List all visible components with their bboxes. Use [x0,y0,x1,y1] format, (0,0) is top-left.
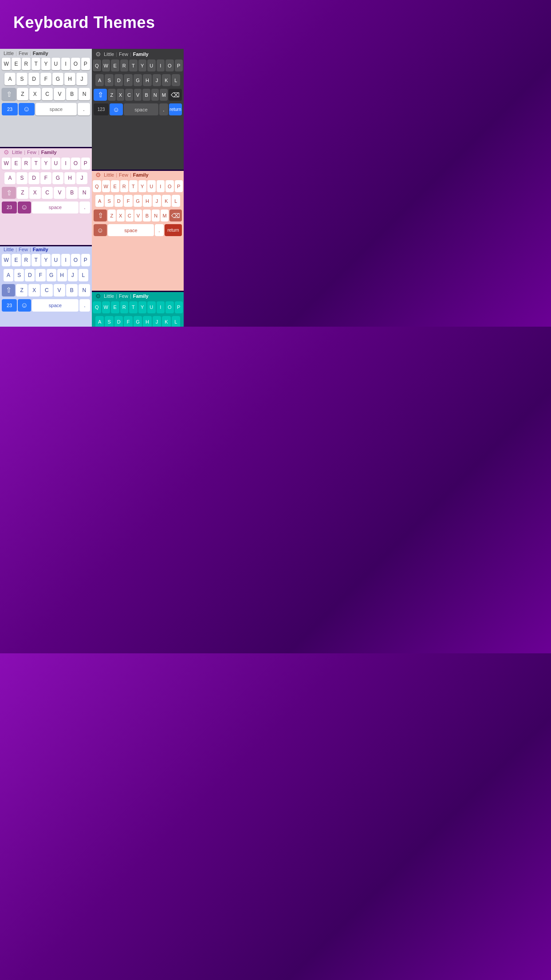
key-c[interactable]: C [42,88,53,100]
key-d-salmon[interactable]: D [114,195,123,207]
key-r-salmon[interactable]: R [120,180,129,192]
numbers-key-pink[interactable]: 23 [2,202,17,213]
key-n-salmon[interactable]: N [152,209,160,221]
shift-key-lav[interactable]: ⇧ [2,284,15,296]
key-x-lav[interactable]: X [28,284,40,296]
key-w-pink[interactable]: W [2,158,11,170]
key-t[interactable]: T [31,58,40,70]
key-u[interactable]: U [51,58,60,70]
key-o[interactable]: O [71,58,80,70]
key-y-dark[interactable]: Y [138,59,147,71]
key-p-teal[interactable]: P [175,301,183,313]
key-s-pink[interactable]: S [16,172,28,184]
key-c-dark[interactable]: C [125,89,133,101]
key-r-pink[interactable]: R [22,158,31,170]
key-w[interactable]: W [2,58,11,70]
key-f-dark[interactable]: F [124,74,132,86]
key-n[interactable]: N [79,88,90,100]
key-v-pink[interactable]: V [54,187,65,199]
key-v-dark[interactable]: V [134,89,142,101]
key-b-pink[interactable]: B [66,187,78,199]
key-r-teal[interactable]: R [120,301,129,313]
key-e-pink[interactable]: E [12,158,20,170]
key-x[interactable]: X [29,88,41,100]
key-u-teal[interactable]: U [147,301,156,313]
key-i[interactable]: I [61,58,70,70]
space-key-pink[interactable]: space [32,202,79,213]
key-t-dark[interactable]: T [129,59,138,71]
key-d[interactable]: D [28,73,39,85]
key-z-dark[interactable]: Z [108,89,116,101]
key-z-lav[interactable]: Z [16,284,28,296]
key-n-pink[interactable]: N [79,187,90,199]
period-key[interactable]: . [78,103,90,115]
key-j[interactable]: J [76,73,87,85]
key-b[interactable]: B [66,88,78,100]
key-g-teal[interactable]: G [134,316,142,327]
space-key-lav[interactable]: space [32,299,79,312]
key-c-pink[interactable]: C [42,187,53,199]
key-h[interactable]: H [64,73,75,85]
key-s-dark[interactable]: S [105,74,113,86]
key-l-dark[interactable]: L [172,74,180,86]
key-v[interactable]: V [54,88,65,100]
key-h-dark[interactable]: H [143,74,151,86]
key-u-dark[interactable]: U [147,59,156,71]
key-w-lav[interactable]: W [2,254,11,266]
key-e-lav[interactable]: E [12,254,20,266]
key-n-lav[interactable]: N [79,284,90,296]
emoji-key-lav[interactable]: ☺ [18,299,31,312]
period-key-salmon[interactable]: . [155,224,164,236]
key-i-dark[interactable]: I [157,59,165,71]
key-p-pink[interactable]: P [81,158,90,170]
numbers-key[interactable]: 23 [2,103,18,115]
key-j-pink[interactable]: J [76,172,87,184]
key-g-salmon[interactable]: G [134,195,142,207]
emoji-key-white[interactable]: ☺ [19,103,35,115]
key-z-salmon[interactable]: Z [108,209,116,221]
key-d-pink[interactable]: D [28,172,39,184]
key-o-salmon[interactable]: O [165,180,174,192]
key-d-teal[interactable]: D [114,316,123,327]
key-o-teal[interactable]: O [165,301,174,313]
key-z[interactable]: Z [17,88,28,100]
return-key-salmon[interactable]: return [165,224,182,236]
key-e-salmon[interactable]: E [111,180,119,192]
key-l-salmon[interactable]: L [172,195,180,207]
key-a-lav[interactable]: A [4,269,13,281]
key-i-pink[interactable]: I [61,158,70,170]
key-f-lav[interactable]: F [35,269,45,281]
key-g[interactable]: G [52,73,63,85]
key-p-lav[interactable]: P [81,254,90,266]
key-a[interactable]: A [4,73,16,85]
numbers-key-lav[interactable]: 23 [2,299,17,312]
key-i-teal[interactable]: I [157,301,165,313]
period-key-pink[interactable]: . [79,202,90,213]
key-v-lav[interactable]: V [54,284,65,296]
key-x-pink[interactable]: X [29,187,41,199]
key-j-salmon[interactable]: J [153,195,161,207]
key-q-dark[interactable]: Q [93,59,101,71]
key-w-salmon[interactable]: W [102,180,110,192]
key-j-lav[interactable]: J [68,269,78,281]
key-d-dark[interactable]: D [114,74,123,86]
key-j-teal[interactable]: J [153,316,161,327]
key-t-lav[interactable]: T [31,254,40,266]
key-h-pink[interactable]: H [64,172,75,184]
key-c-salmon[interactable]: C [126,209,134,221]
key-g-pink[interactable]: G [52,172,63,184]
period-key-dark[interactable]: . [159,103,168,115]
space-key-dark[interactable]: space [124,103,158,115]
key-e-dark[interactable]: E [111,59,119,71]
key-r[interactable]: R [22,58,31,70]
gear-icon-salmon[interactable]: ⚙ [95,171,101,178]
key-k-salmon[interactable]: K [162,195,170,207]
key-o-pink[interactable]: O [71,158,80,170]
key-h-lav[interactable]: H [57,269,67,281]
key-u-lav[interactable]: U [51,254,60,266]
key-e[interactable]: E [12,58,20,70]
shift-key-salmon[interactable]: ⇧ [94,209,107,221]
key-b-lav[interactable]: B [66,284,78,296]
key-a-dark[interactable]: A [95,74,104,86]
numbers-key-dark[interactable]: 123 [94,103,109,115]
